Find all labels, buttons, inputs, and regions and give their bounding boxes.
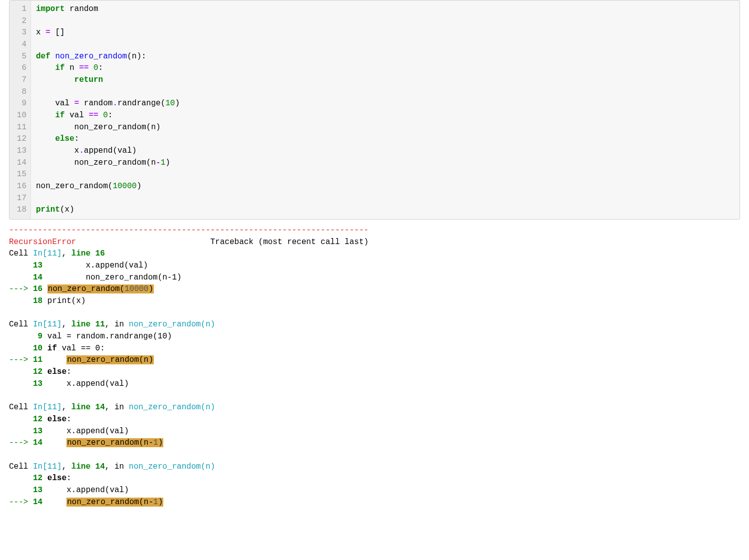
- code-line[interactable]: def non_zero_random(n):: [36, 51, 735, 63]
- traceback-line: 12 else:: [9, 366, 740, 378]
- line-number: 7: [14, 74, 26, 86]
- traceback-frame-header: Cell In[11], line 11, in non_zero_random…: [9, 319, 740, 331]
- code-line[interactable]: x.append(val): [36, 145, 735, 157]
- output-area: ----------------------------------------…: [9, 225, 740, 508]
- code-line[interactable]: x = []: [36, 27, 735, 39]
- highlighted-call: non_zero_random(n-1): [66, 498, 163, 507]
- code-line[interactable]: return: [36, 74, 735, 86]
- line-number: 13: [14, 145, 26, 157]
- traceback-label: Traceback (most recent call last): [210, 238, 369, 247]
- line-number: 17: [14, 193, 26, 205]
- traceback-line: 14 non_zero_random(n-1): [9, 272, 740, 284]
- line-number: 9: [14, 98, 26, 110]
- highlighted-call: non_zero_random(10000): [47, 284, 154, 293]
- blank-line: [9, 390, 740, 402]
- code-line[interactable]: non_zero_random(n): [36, 122, 735, 134]
- code-line[interactable]: print(x): [36, 204, 735, 216]
- code-line[interactable]: [36, 86, 735, 98]
- traceback-line: 9 val = random.randrange(10): [9, 331, 740, 343]
- code-line[interactable]: [36, 169, 735, 181]
- line-number: 10: [14, 110, 26, 122]
- line-number: 14: [14, 157, 26, 169]
- line-number: 2: [14, 15, 26, 27]
- code-line[interactable]: if n == 0:: [36, 62, 735, 74]
- code-line[interactable]: val = random.randrange(10): [36, 98, 735, 110]
- code-line[interactable]: non_zero_random(n-1): [36, 157, 735, 169]
- traceback-header: RecursionError Traceback (most recent ca…: [9, 237, 740, 249]
- traceback-frame-header: Cell In[11], line 14, in non_zero_random…: [9, 402, 740, 414]
- line-number: 8: [14, 86, 26, 98]
- traceback-line: ---> 16 non_zero_random(10000): [9, 283, 740, 295]
- code-line[interactable]: import random: [36, 3, 735, 15]
- code-line[interactable]: [36, 193, 735, 205]
- traceback-line: 13 x.append(val): [9, 426, 740, 438]
- line-number: 12: [14, 133, 26, 145]
- traceback-line: 13 x.append(val): [9, 485, 740, 497]
- line-number: 5: [14, 51, 26, 63]
- line-number: 4: [14, 39, 26, 51]
- code-line[interactable]: else:: [36, 133, 735, 145]
- blank-line: [9, 307, 740, 319]
- line-number: 1: [14, 3, 26, 15]
- traceback-line: ---> 14 non_zero_random(n-1): [9, 497, 740, 509]
- code-line[interactable]: if val == 0:: [36, 110, 735, 122]
- line-number-gutter: 123456789101112131415161718: [9, 0, 31, 219]
- code-line[interactable]: [36, 15, 735, 27]
- traceback-line: 18 print(x): [9, 295, 740, 307]
- code-line[interactable]: [36, 39, 735, 51]
- code-cell[interactable]: 123456789101112131415161718 import rando…: [9, 0, 740, 220]
- traceback-line: 13 x.append(val): [9, 260, 740, 272]
- traceback-line: 13 x.append(val): [9, 378, 740, 390]
- code-line[interactable]: non_zero_random(10000): [36, 181, 735, 193]
- traceback-line: 12 else:: [9, 473, 740, 485]
- traceback-line: ---> 14 non_zero_random(n-1): [9, 437, 740, 449]
- line-number: 18: [14, 204, 26, 216]
- traceback-line: 12 else:: [9, 414, 740, 426]
- traceback-frame-header: Cell In[11], line 16: [9, 248, 740, 260]
- line-number: 11: [14, 122, 26, 134]
- highlighted-call: non_zero_random(n): [66, 355, 154, 364]
- error-name: RecursionError: [9, 238, 76, 247]
- blank-line: [9, 449, 740, 461]
- line-number: 16: [14, 181, 26, 193]
- traceback-divider: ----------------------------------------…: [9, 225, 740, 237]
- code-editor[interactable]: import random x = [] def non_zero_random…: [31, 0, 740, 219]
- traceback-frame-header: Cell In[11], line 14, in non_zero_random…: [9, 461, 740, 473]
- line-number: 15: [14, 169, 26, 181]
- highlighted-call: non_zero_random(n-1): [66, 438, 163, 447]
- traceback-line: 10 if val == 0:: [9, 343, 740, 355]
- line-number: 6: [14, 62, 26, 74]
- line-number: 3: [14, 27, 26, 39]
- traceback-line: ---> 11 non_zero_random(n): [9, 354, 740, 366]
